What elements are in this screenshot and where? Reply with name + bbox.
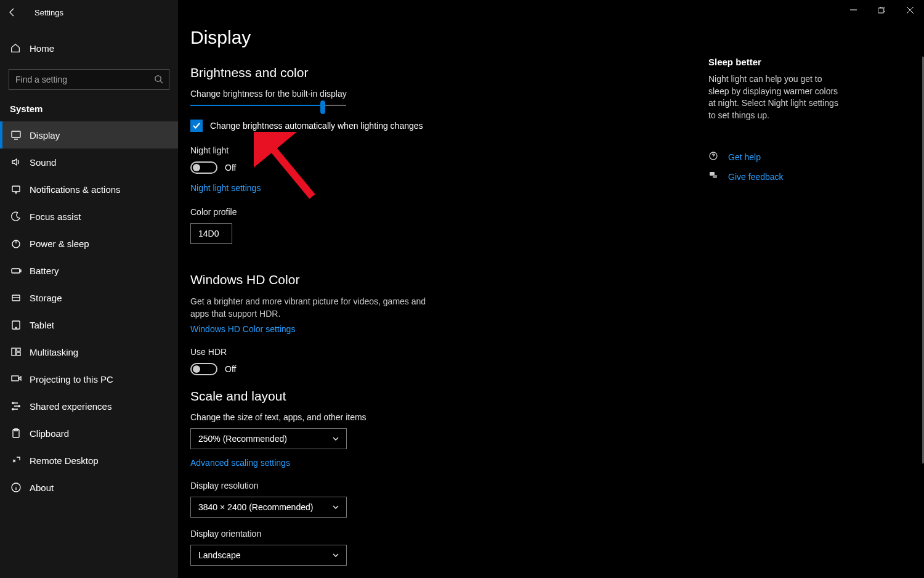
minimize-button[interactable] xyxy=(839,0,867,20)
nav-item-projecting-to-this-pc[interactable]: Projecting to this PC xyxy=(0,365,178,393)
nav-item-label: Shared experiences xyxy=(30,401,111,412)
aside-desc: Night light can help you get to sleep by… xyxy=(708,73,844,121)
about-icon xyxy=(10,482,22,493)
resolution-select[interactable]: 3840 × 2400 (Recommended) xyxy=(190,497,347,518)
nav-item-label: Storage xyxy=(30,293,62,303)
nav-item-multitasking[interactable]: Multitasking xyxy=(0,338,178,365)
share-icon xyxy=(10,401,22,412)
window-controls xyxy=(839,0,924,20)
home-label: Home xyxy=(30,43,54,54)
color-profile-label: Color profile xyxy=(190,207,912,217)
slider-fill xyxy=(190,105,323,106)
hdr-toggle[interactable] xyxy=(190,363,217,375)
multi-icon xyxy=(10,346,22,357)
color-profile-select[interactable]: 14D0 xyxy=(190,223,232,244)
svg-point-0 xyxy=(155,76,161,81)
auto-brightness-label: Change brightness automatically when lig… xyxy=(210,121,423,131)
give-feedback-row[interactable]: Give feedback xyxy=(708,171,844,183)
close-icon xyxy=(907,7,914,14)
feedback-icon xyxy=(708,171,721,183)
moon-icon xyxy=(10,211,22,222)
nav-item-label: Projecting to this PC xyxy=(30,374,113,385)
night-light-state: Off xyxy=(225,163,236,173)
svg-point-18 xyxy=(12,409,14,410)
hdr-label: Use HDR xyxy=(190,347,912,357)
chevron-down-icon xyxy=(333,505,339,509)
storage-icon xyxy=(10,292,22,303)
search-icon xyxy=(154,75,163,84)
nav-item-storage[interactable]: Storage xyxy=(0,284,178,311)
svg-rect-25 xyxy=(878,8,883,13)
svg-rect-7 xyxy=(20,270,21,272)
clip-icon xyxy=(10,428,22,439)
battery-icon xyxy=(10,265,22,276)
nav-list: DisplaySoundNotifications & actionsFocus… xyxy=(0,121,178,501)
nav-item-battery[interactable]: Battery xyxy=(0,257,178,284)
notify-icon xyxy=(10,184,22,195)
monitor-icon xyxy=(10,129,22,140)
home-button[interactable]: Home xyxy=(0,36,178,60)
night-light-toggle[interactable] xyxy=(190,161,217,174)
nav-item-remote-desktop[interactable]: Remote Desktop xyxy=(0,447,178,474)
svg-point-17 xyxy=(18,405,20,407)
nav-item-tablet[interactable]: Tablet xyxy=(0,311,178,338)
hd-color-desc: Get a brighter and more vibrant picture … xyxy=(190,296,443,320)
svg-point-16 xyxy=(12,402,14,404)
sidebar: Settings Home System DisplaySoundNotific… xyxy=(0,0,178,578)
nav-item-shared-experiences[interactable]: Shared experiences xyxy=(0,393,178,420)
tablet-icon xyxy=(10,319,22,330)
hd-color-heading: Windows HD Color xyxy=(190,272,912,287)
search-input[interactable] xyxy=(9,69,169,90)
nav-item-clipboard[interactable]: Clipboard xyxy=(0,420,178,447)
sound-icon xyxy=(10,157,22,168)
brightness-slider[interactable] xyxy=(190,105,346,106)
nav-item-label: Power & sleep xyxy=(30,238,89,249)
color-profile-value: 14D0 xyxy=(198,229,219,238)
close-button[interactable] xyxy=(896,0,924,20)
help-section: Get help Give feedback xyxy=(708,151,844,183)
advanced-scaling-link[interactable]: Advanced scaling settings xyxy=(190,458,290,468)
get-help-link[interactable]: Get help xyxy=(728,152,761,162)
resolution-value: 3840 × 2400 (Recommended) xyxy=(198,502,313,512)
category-heading: System xyxy=(10,104,178,114)
chevron-down-icon xyxy=(333,437,339,441)
nav-item-sound[interactable]: Sound xyxy=(0,149,178,176)
auto-brightness-checkbox[interactable] xyxy=(190,120,203,132)
minimize-icon xyxy=(850,7,857,14)
nav-item-display[interactable]: Display xyxy=(0,121,178,149)
orientation-label: Display orientation xyxy=(190,529,912,539)
nav-item-label: Clipboard xyxy=(30,428,69,439)
give-feedback-link[interactable]: Give feedback xyxy=(728,172,784,182)
scale-size-label: Change the size of text, apps, and other… xyxy=(190,412,912,422)
nav-item-focus-assist[interactable]: Focus assist xyxy=(0,203,178,230)
maximize-button[interactable] xyxy=(867,0,896,20)
night-light-settings-link[interactable]: Night light settings xyxy=(190,183,261,193)
back-button[interactable] xyxy=(0,0,25,25)
nav-item-label: About xyxy=(30,482,54,493)
chevron-down-icon xyxy=(333,553,339,557)
scale-size-value: 250% (Recommended) xyxy=(198,434,287,444)
nav-item-power-sleep[interactable]: Power & sleep xyxy=(0,230,178,257)
maximize-icon xyxy=(878,7,885,14)
nav-item-label: Focus assist xyxy=(30,211,81,222)
page-title: Display xyxy=(190,27,912,48)
nav-item-notifications-actions[interactable]: Notifications & actions xyxy=(0,176,178,203)
hdr-toggle-row: Off xyxy=(190,363,912,375)
scale-size-select[interactable]: 250% (Recommended) xyxy=(190,428,347,449)
nav-item-label: Display xyxy=(30,130,60,140)
hd-color-settings-link[interactable]: Windows HD Color settings xyxy=(190,324,295,334)
nav-item-label: Multitasking xyxy=(30,347,78,357)
project-icon xyxy=(10,373,22,385)
aside-panel: Sleep better Night light can help you ge… xyxy=(708,57,844,190)
search-container xyxy=(9,69,169,90)
slider-thumb[interactable] xyxy=(320,100,325,114)
app-title: Settings xyxy=(34,8,63,17)
orientation-select[interactable]: Landscape xyxy=(190,545,347,566)
get-help-row[interactable]: Get help xyxy=(708,151,844,163)
svg-rect-3 xyxy=(12,186,20,192)
nav-item-about[interactable]: About xyxy=(0,474,178,501)
scale-heading: Scale and layout xyxy=(190,389,912,404)
checkmark-icon xyxy=(192,121,201,130)
power-icon xyxy=(10,238,22,249)
nav-item-label: Remote Desktop xyxy=(30,455,99,466)
